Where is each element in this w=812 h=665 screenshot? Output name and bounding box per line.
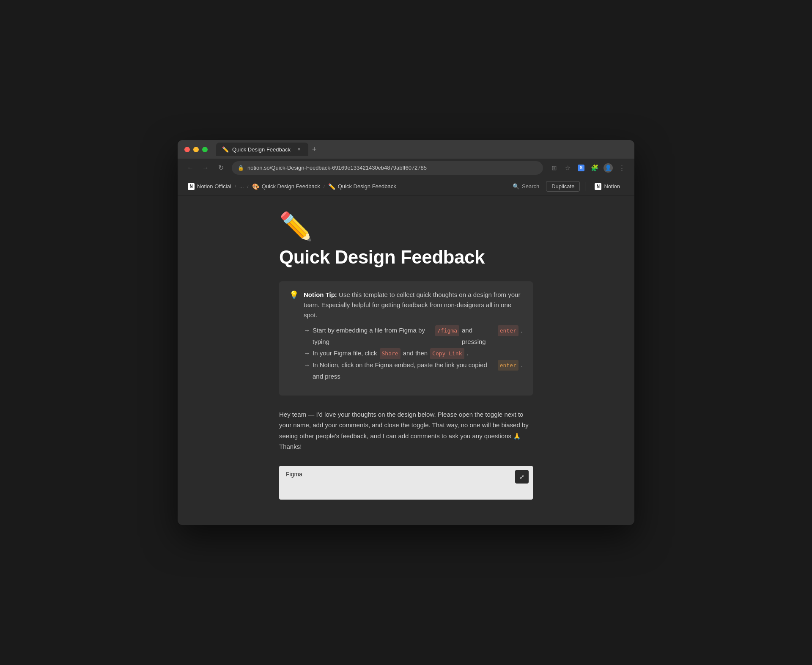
back-button[interactable]: ←: [184, 162, 196, 174]
callout-list: Start by embedding a file from Figma by …: [304, 324, 523, 382]
profile-button[interactable]: 👤: [602, 162, 614, 174]
more-button[interactable]: ⋮: [616, 162, 628, 174]
new-tab-button[interactable]: +: [308, 143, 320, 155]
breadcrumb-item-notion-official[interactable]: N Notion Official: [188, 183, 231, 190]
breadcrumb-separator-3: /: [324, 184, 325, 189]
callout-code-enter-1: enter: [498, 325, 518, 336]
breadcrumb-label-current: Quick Design Feedback: [338, 183, 396, 190]
callout-list-item-1: Start by embedding a file from Figma by …: [304, 324, 523, 347]
search-label: Search: [522, 183, 539, 190]
breadcrumb-separator-1: /: [235, 184, 236, 189]
callout-item2-before: In your Figma file, click: [313, 347, 377, 359]
tab-close-button[interactable]: ×: [296, 146, 302, 153]
breadcrumb-label-quick-design: Quick Design Feedback: [262, 183, 320, 190]
tabs-area: ✏️ Quick Design Feedback × +: [216, 143, 628, 156]
figma-expand-icon: ⤢: [519, 473, 524, 480]
translate-button[interactable]: ⊞: [548, 162, 560, 174]
browser-actions: ⊞ ☆ S 🧩 👤 ⋮: [548, 162, 628, 174]
callout-item1-before: Start by embedding a file from Figma by …: [313, 324, 433, 347]
maximize-window-button[interactable]: [202, 147, 208, 152]
tab-title: Quick Design Feedback: [232, 146, 291, 153]
breadcrumb-item-current[interactable]: ✏️ Quick Design Feedback: [328, 183, 396, 190]
notion-brand-button[interactable]: N Notion: [590, 181, 624, 192]
search-button[interactable]: 🔍 Search: [509, 181, 543, 191]
notion-brand-label: Notion: [604, 183, 620, 190]
breadcrumb: N Notion Official / ... / 🎨 Quick Design…: [188, 183, 509, 190]
callout-bold-label: Notion Tip:: [304, 291, 337, 298]
callout-item3-before: In Notion, click on the Figma embed, pas…: [313, 359, 495, 382]
breadcrumb-item-quick-design[interactable]: 🎨 Quick Design Feedback: [252, 183, 320, 190]
callout-item1-after: .: [521, 324, 523, 336]
page-inner: ✏️ Quick Design Feedback 💡 Notion Tip: U…: [254, 213, 558, 499]
search-icon: 🔍: [513, 183, 519, 190]
figma-expand-button[interactable]: ⤢: [515, 470, 529, 484]
figma-embed-label: Figma: [279, 466, 533, 483]
callout-list-item-3: In Notion, click on the Figma embed, pas…: [304, 359, 523, 382]
callout-item3-after: .: [521, 359, 523, 371]
callout-code-copy-link: Copy Link: [430, 348, 464, 359]
extensions-button[interactable]: 🧩: [589, 162, 601, 174]
notion-official-icon: N: [188, 183, 195, 190]
callout-item1-middle: and pressing: [462, 324, 495, 347]
duplicate-button[interactable]: Duplicate: [546, 181, 580, 192]
close-window-button[interactable]: [184, 147, 190, 152]
notion-brand-icon: N: [595, 183, 601, 190]
nav-buttons: ← → ↻: [184, 162, 227, 174]
breadcrumb-ellipsis: ...: [239, 183, 244, 190]
page-emoji: ✏️: [279, 213, 533, 240]
page-title: Quick Design Feedback: [279, 247, 533, 268]
forward-button[interactable]: →: [200, 162, 211, 174]
address-bar-input[interactable]: 🔒 notion.so/Quick-Design-Feedback-69169e…: [232, 161, 543, 175]
url-text: notion.so/Quick-Design-Feedback-69169e13…: [247, 165, 537, 171]
callout-item2-after: .: [467, 347, 469, 359]
callout-code-figma: /figma: [435, 325, 459, 336]
page-content: ✏️ Quick Design Feedback 💡 Notion Tip: U…: [178, 196, 634, 525]
callout-item2-middle: and then: [403, 347, 428, 359]
reload-button[interactable]: ↻: [215, 162, 227, 174]
callout-text: Notion Tip: Use this template to collect…: [304, 290, 523, 382]
notion-topbar: N Notion Official / ... / 🎨 Quick Design…: [178, 177, 634, 196]
figma-embed[interactable]: Figma ⤢: [279, 466, 533, 500]
browser-window: ✏️ Quick Design Feedback × + ← → ↻ 🔒 not…: [178, 140, 634, 525]
callout-box: 💡 Notion Tip: Use this template to colle…: [279, 281, 533, 395]
topbar-divider: [585, 182, 585, 191]
extension-button[interactable]: S: [575, 162, 587, 174]
notion-actions: 🔍 Search Duplicate N Notion: [509, 181, 624, 192]
lock-icon: 🔒: [238, 165, 244, 171]
callout-code-enter-2: enter: [498, 360, 518, 371]
traffic-lights: [184, 147, 208, 152]
minimize-window-button[interactable]: [193, 147, 199, 152]
breadcrumb-item-ellipsis[interactable]: ...: [239, 183, 244, 190]
bookmark-button[interactable]: ☆: [562, 162, 573, 174]
title-bar: ✏️ Quick Design Feedback × +: [178, 140, 634, 159]
breadcrumb-icon-design: 🎨: [252, 183, 259, 190]
address-bar: ← → ↻ 🔒 notion.so/Quick-Design-Feedback-…: [178, 159, 634, 177]
breadcrumb-label-notion-official: Notion Official: [197, 183, 231, 190]
tab-favicon: ✏️: [222, 146, 229, 153]
callout-list-item-2: In your Figma file, click Share and then…: [304, 347, 523, 359]
breadcrumb-icon-current: ✏️: [328, 183, 335, 190]
active-tab[interactable]: ✏️ Quick Design Feedback ×: [216, 143, 308, 156]
callout-header: 💡 Notion Tip: Use this template to colle…: [289, 290, 523, 382]
breadcrumb-separator-2: /: [247, 184, 249, 189]
callout-code-share: Share: [380, 348, 401, 359]
callout-icon: 💡: [289, 290, 299, 300]
body-text: Hey team — I'd love your thoughts on the…: [279, 409, 533, 452]
